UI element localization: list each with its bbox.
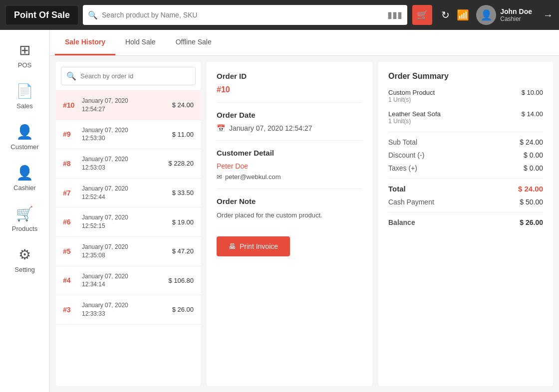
sidebar-item-products[interactable]: 🛒 Products xyxy=(0,198,49,239)
taxes-value: $ 0.00 xyxy=(524,164,543,172)
order-search-icon: 🔍 xyxy=(66,71,76,81)
order-item-amount: $ 106.80 xyxy=(168,277,194,284)
order-list-panel: 🔍 #10 January 07, 202012:54:27 $ 24.00 #… xyxy=(56,62,201,386)
panels: 🔍 #10 January 07, 202012:54:27 $ 24.00 #… xyxy=(50,56,559,392)
order-id-section: Order ID #10 xyxy=(217,72,362,103)
order-item-id: #3 xyxy=(63,306,77,314)
customer-name: Peter Doe xyxy=(217,162,362,170)
tab-offline-sale[interactable]: Offline Sale xyxy=(166,30,222,55)
pos-icon: ⊞ xyxy=(19,42,30,58)
order-item-amount: $ 228.20 xyxy=(168,160,194,167)
sidebar-item-pos[interactable]: ⊞ POS xyxy=(0,35,49,76)
order-item-date: January 07, 202012:54:27 xyxy=(82,97,167,114)
sub-total-row: Sub Total $ 24.00 xyxy=(388,138,543,146)
order-item-amount: $ 24.00 xyxy=(172,101,194,109)
order-item-id: #6 xyxy=(63,218,77,226)
setting-icon: ⚙ xyxy=(18,246,31,263)
cart-button[interactable] xyxy=(412,5,432,25)
print-invoice-label: Print Invoice xyxy=(240,242,278,250)
order-items-list: #10 January 07, 202012:54:27 $ 24.00 #9 … xyxy=(56,91,201,386)
header-actions: ↻ 📶 👤 John Doe Cashier → xyxy=(441,5,553,25)
order-search-box[interactable]: 🔍 xyxy=(61,67,196,85)
order-item-amount: $ 26.00 xyxy=(172,306,194,313)
products-icon: 🛒 xyxy=(16,205,33,222)
order-item-date: January 07, 202012:34:14 xyxy=(82,272,163,289)
total-value: $ 24.00 xyxy=(518,185,543,193)
summary-divider-2 xyxy=(388,178,543,179)
printer-icon: 🖶 xyxy=(229,242,236,250)
order-item-id: #4 xyxy=(63,276,77,284)
sub-total-label: Sub Total xyxy=(388,138,417,146)
order-item[interactable]: #5 January 07, 202012:35:08 $ 47.20 xyxy=(56,237,201,266)
order-note-label: Order Note xyxy=(217,197,362,205)
order-item-date: January 07, 202012:53:03 xyxy=(82,155,163,172)
summary-divider-1 xyxy=(388,132,543,132)
summary-divider-3 xyxy=(388,212,543,212)
sidebar-item-products-label: Products xyxy=(12,225,37,232)
order-note-text: Order placed for the custom product. xyxy=(217,210,362,220)
summary-item-price: $ 14.00 xyxy=(522,110,543,118)
order-date-label: Order Date xyxy=(217,111,362,119)
logout-button[interactable]: → xyxy=(543,9,553,21)
summary-item: Leather Seat Sofa 1 Unit(s) $ 14.00 xyxy=(388,110,543,125)
order-item-amount: $ 11.00 xyxy=(172,131,194,138)
order-item-id: #5 xyxy=(63,247,77,255)
order-item-id: #7 xyxy=(63,189,77,197)
user-profile[interactable]: 👤 John Doe Cashier xyxy=(476,5,532,25)
barcode-icon[interactable]: ▮▮▮ xyxy=(387,9,402,20)
summary-item: Custom Product 1 Unit(s) $ 10.00 xyxy=(388,89,543,103)
cash-payment-row: Cash Payment $ 50.00 xyxy=(388,198,543,206)
order-item[interactable]: #6 January 07, 202012:52:15 $ 19.00 xyxy=(56,207,201,237)
tab-hold-sale[interactable]: Hold Sale xyxy=(115,30,166,55)
user-name: John Doe xyxy=(500,7,532,15)
tab-sale-history[interactable]: Sale History xyxy=(55,30,115,55)
sidebar-item-cashier-label: Cashier xyxy=(13,184,36,192)
discount-row: Discount (-) $ 0.00 xyxy=(388,151,543,159)
order-item[interactable]: #10 January 07, 202012:54:27 $ 24.00 xyxy=(56,91,201,120)
avatar: 👤 xyxy=(476,5,496,25)
search-icon: 🔍 xyxy=(88,10,98,20)
order-item-amount: $ 47.20 xyxy=(172,247,194,255)
order-item[interactable]: #4 January 07, 202012:34:14 $ 106.80 xyxy=(56,266,201,296)
order-item[interactable]: #3 January 07, 202012:33:33 $ 26.00 xyxy=(56,295,201,325)
wifi-button[interactable]: 📶 xyxy=(457,9,469,21)
discount-value: $ 0.00 xyxy=(524,151,543,159)
summary-item-price: $ 10.00 xyxy=(522,89,543,96)
sales-icon: 📄 xyxy=(16,83,33,99)
sidebar-item-sales[interactable]: 📄 Sales xyxy=(0,76,49,117)
header: Point Of Sale 🔍 ▮▮▮ ↻ 📶 👤 John Doe Cashi… xyxy=(0,0,559,30)
order-item[interactable]: #7 January 07, 202012:52:44 $ 33.50 xyxy=(56,179,201,208)
summary-item-qty: 1 Unit(s) xyxy=(388,118,441,125)
order-summary-title: Order Summary xyxy=(388,72,543,81)
content-area: Sale History Hold Sale Offline Sale 🔍 #1… xyxy=(50,30,559,392)
order-item-id: #10 xyxy=(63,101,77,109)
total-row: Total $ 24.00 xyxy=(388,185,543,193)
order-item-id: #9 xyxy=(63,130,77,138)
refresh-button[interactable]: ↻ xyxy=(441,9,450,21)
sidebar-item-pos-label: POS xyxy=(18,61,31,69)
customer-detail-section: Customer Detail Peter Doe ✉ peter@webkul… xyxy=(217,149,362,189)
order-item[interactable]: #9 January 07, 202012:53:30 $ 11.00 xyxy=(56,120,201,150)
print-invoice-button[interactable]: 🖶 Print Invoice xyxy=(217,236,290,256)
product-search-bar[interactable]: 🔍 ▮▮▮ xyxy=(83,5,407,25)
order-item-amount: $ 33.50 xyxy=(172,189,194,196)
order-item[interactable]: #8 January 07, 202012:53:03 $ 228.20 xyxy=(56,149,201,179)
order-id-value: #10 xyxy=(217,85,362,94)
customer-email: ✉ peter@webkul.com xyxy=(217,173,362,181)
summary-items: Custom Product 1 Unit(s) $ 10.00 Leather… xyxy=(388,89,543,125)
cashier-icon: 👤 xyxy=(16,165,33,181)
sidebar-item-setting[interactable]: ⚙ Setting xyxy=(0,239,49,280)
product-search-input[interactable] xyxy=(102,11,383,19)
tabs-bar: Sale History Hold Sale Offline Sale xyxy=(50,30,559,56)
order-item-date: January 07, 202012:33:33 xyxy=(82,301,167,318)
order-search-input[interactable] xyxy=(80,72,190,80)
cash-payment-label: Cash Payment xyxy=(388,198,434,206)
taxes-row: Taxes (+) $ 0.00 xyxy=(388,164,543,172)
summary-item-qty: 1 Unit(s) xyxy=(388,96,435,103)
order-detail-panel: Order ID #10 Order Date 📅 January 07, 20… xyxy=(207,62,372,386)
sidebar-item-customer[interactable]: 👤 Customer xyxy=(0,117,49,158)
customer-icon: 👤 xyxy=(16,124,33,140)
sidebar-item-cashier[interactable]: 👤 Cashier xyxy=(0,158,49,198)
customer-detail-label: Customer Detail xyxy=(217,149,362,157)
discount-label: Discount (-) xyxy=(388,151,424,159)
